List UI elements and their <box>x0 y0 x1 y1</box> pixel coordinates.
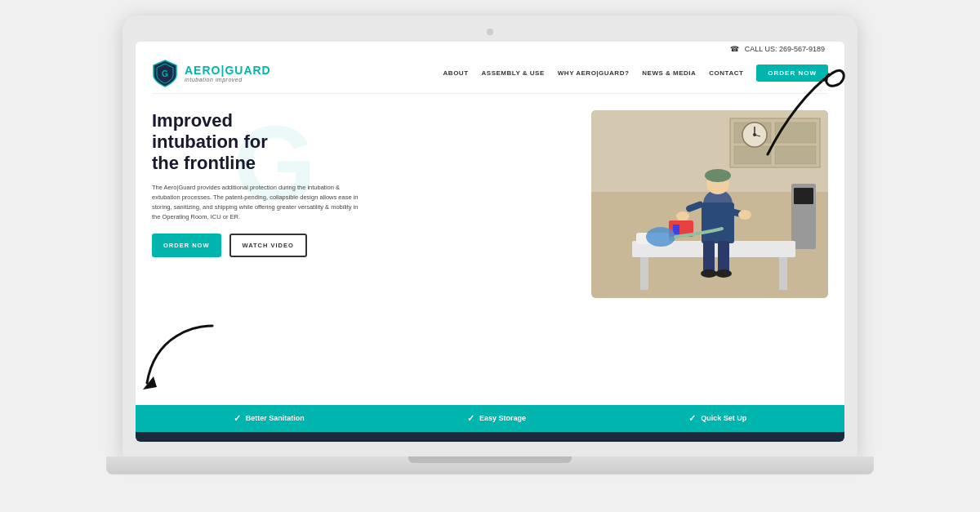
arrow-left-decoration <box>139 318 237 399</box>
hero-order-button[interactable]: ORDER NOW <box>152 234 221 257</box>
hero-watch-button[interactable]: WATCH VIDEO <box>229 234 307 257</box>
logo: G AERO|GUARD intubation improved <box>152 59 271 88</box>
check-icon-1: ✓ <box>234 413 241 424</box>
hero-description: The Aero|Guard provides additional prote… <box>152 183 364 222</box>
website-content: ☎ CALL US: 269-567-9189 G <box>136 42 844 442</box>
logo-text-container: AERO|GUARD intubation improved <box>185 64 271 82</box>
svg-text:G: G <box>162 69 168 78</box>
svg-marker-0 <box>143 376 157 390</box>
nav-contact[interactable]: CONTACT <box>709 69 743 77</box>
svg-rect-17 <box>779 257 787 290</box>
feature-setup: ✓ Quick Set Up <box>688 413 746 424</box>
arrow-right-decoration <box>751 56 849 163</box>
feature-label-1: Better Sanitation <box>246 414 305 422</box>
laptop-screen: ☎ CALL US: 269-567-9189 G <box>136 42 844 442</box>
svg-rect-31 <box>718 241 729 274</box>
logo-tagline: intubation improved <box>185 77 271 82</box>
check-icon-3: ✓ <box>688 413 696 424</box>
hero-title: Improved intubation for the frontline <box>152 110 583 175</box>
nav-why[interactable]: WHY AERO|GUARD? <box>558 69 630 77</box>
feature-sanitation: ✓ Better Sanitation <box>234 413 305 424</box>
svg-point-21 <box>705 169 731 182</box>
svg-rect-14 <box>794 188 813 204</box>
feature-label-3: Quick Set Up <box>701 414 746 422</box>
svg-point-29 <box>646 227 675 247</box>
navigation: G AERO|GUARD intubation improved ABOUT <box>152 56 828 94</box>
nav-news[interactable]: NEWS & MEDIA <box>642 69 696 77</box>
dark-strip <box>136 432 844 442</box>
laptop-base <box>106 456 874 474</box>
feature-label-2: Easy Storage <box>479 414 526 422</box>
contact-bar: ☎ CALL US: 269-567-9189 <box>152 45 828 56</box>
features-bar: ✓ Better Sanitation ✓ Easy Storage ✓ Qui… <box>136 405 844 432</box>
svg-point-26 <box>738 210 751 220</box>
logo-shield-icon: G <box>152 59 178 88</box>
feature-storage: ✓ Easy Storage <box>467 413 526 424</box>
svg-point-25 <box>676 211 689 221</box>
check-icon-2: ✓ <box>467 413 474 424</box>
svg-point-32 <box>701 269 717 278</box>
hero-section: G Improved intubation for the frontline … <box>136 94 844 405</box>
svg-rect-30 <box>703 241 715 274</box>
hero-buttons: ORDER NOW WATCH VIDEO <box>152 234 583 257</box>
nav-about[interactable]: ABOUT <box>443 69 469 77</box>
logo-brand-name: AERO|GUARD <box>185 64 271 77</box>
svg-point-33 <box>715 269 732 278</box>
nav-assembly[interactable]: ASSEMBLY & USE <box>482 69 545 77</box>
phone-number: CALL US: 269-567-9189 <box>745 45 825 53</box>
laptop-container: ☎ CALL US: 269-567-9189 G <box>90 16 890 497</box>
top-bar: ☎ CALL US: 269-567-9189 G <box>136 42 844 94</box>
svg-rect-16 <box>640 257 648 290</box>
phone-icon: ☎ <box>730 45 739 53</box>
laptop-camera <box>487 29 493 35</box>
